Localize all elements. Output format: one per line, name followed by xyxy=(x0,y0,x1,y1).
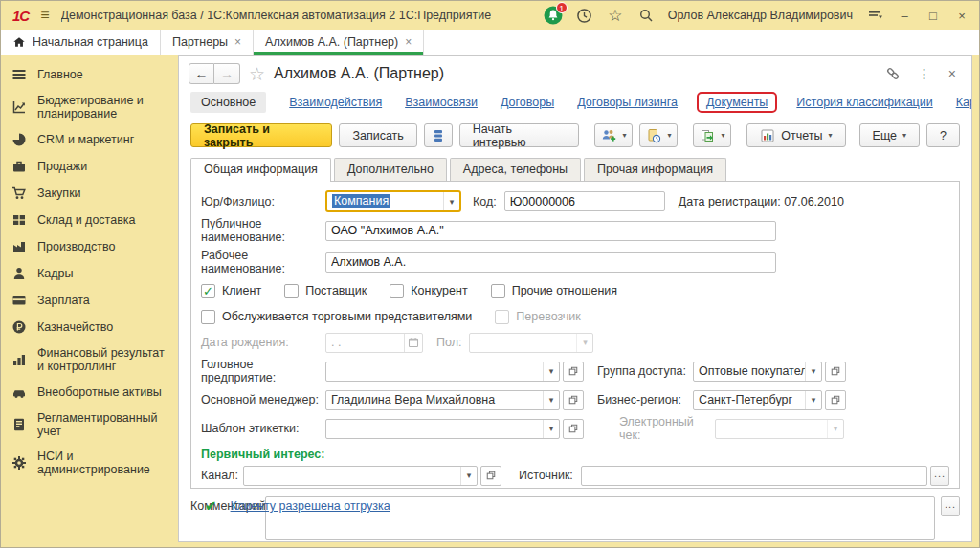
minimize-button[interactable]: – xyxy=(897,9,912,23)
get-link-button[interactable] xyxy=(885,66,901,81)
checkbox-supplier[interactable]: Поставщик xyxy=(284,284,367,298)
source-more-button[interactable] xyxy=(930,466,949,486)
start-interview-button[interactable]: Начать интервью xyxy=(459,123,580,147)
show-in-list-button[interactable] xyxy=(424,123,453,147)
search-button[interactable] xyxy=(637,7,655,24)
public-name-input[interactable] xyxy=(325,221,776,241)
main-menu-icon[interactable]: ≡ xyxy=(40,8,49,23)
channel-select[interactable] xyxy=(243,466,478,486)
nav-item-classification-history[interactable]: История классификации xyxy=(796,96,932,109)
tab-additional[interactable]: Дополнительно xyxy=(334,158,447,181)
nav-item-leasing-contracts[interactable]: Договоры лизинга xyxy=(577,96,678,109)
head-company-open-button[interactable] xyxy=(563,362,584,382)
nav-item-main[interactable]: Основное xyxy=(190,92,266,113)
dropdown-arrow-icon[interactable] xyxy=(543,420,559,438)
help-button[interactable]: ? xyxy=(926,123,960,147)
copy-create-button[interactable]: ▾ xyxy=(693,123,731,147)
reports-button[interactable]: Отчеты ▾ xyxy=(746,123,845,147)
shipment-allowed-link[interactable]: Клиенту разрешена отгрузка xyxy=(231,499,390,513)
business-region-open-button[interactable] xyxy=(825,390,846,410)
dropdown-arrow-icon[interactable] xyxy=(805,391,821,409)
sidebar-item-label: Бюджетирование и планирование xyxy=(37,94,174,121)
head-company-select[interactable] xyxy=(325,362,560,382)
tab-close-icon[interactable]: × xyxy=(234,35,241,49)
back-button[interactable]: ← xyxy=(189,63,214,84)
access-group-select[interactable]: Оптовые покупатели xyxy=(693,362,822,382)
favorites-button[interactable]: ☆ xyxy=(607,7,624,24)
sidebar-item-fixed-assets[interactable]: Внеоборотные активы xyxy=(1,379,178,406)
dropdown-arrow-icon[interactable] xyxy=(460,467,477,485)
checkbox-icon[interactable] xyxy=(284,284,299,298)
sidebar-item-label: Регламентированный учет xyxy=(37,411,174,438)
checkbox-competitor[interactable]: Конкурент xyxy=(390,284,467,298)
channel-open-button[interactable] xyxy=(480,466,501,486)
tab-general-info[interactable]: Общая информация xyxy=(190,158,331,182)
dropdown-arrow-icon[interactable] xyxy=(543,362,559,381)
dropdown-arrow-icon xyxy=(576,334,592,352)
checkbox-icon[interactable] xyxy=(201,310,215,324)
sidebar-item-warehouse[interactable]: Склад и доставка xyxy=(1,207,178,233)
sidebar-item-budgeting[interactable]: Бюджетирование и планирование xyxy=(1,88,178,126)
checkbox-client[interactable]: Клиент xyxy=(201,284,261,298)
sidebar-item-admin[interactable]: НСИ и администрирование xyxy=(1,444,178,482)
form-close-button[interactable]: × xyxy=(948,66,956,81)
sidebar-item-production[interactable]: Производство xyxy=(1,233,178,260)
tab-addresses-phones[interactable]: Адреса, телефоны xyxy=(450,158,581,181)
checkbox-carrier[interactable]: Перевозчик xyxy=(495,310,580,324)
contact-persons-button[interactable]: ▾ xyxy=(594,123,633,147)
label-template-open-button[interactable] xyxy=(563,419,584,439)
legal-type-label: Юр/Физлицо: xyxy=(201,195,325,208)
checkbox-icon[interactable] xyxy=(201,284,215,298)
dropdown-arrow-icon[interactable] xyxy=(805,362,821,381)
sidebar-item-treasury[interactable]: Казначейство xyxy=(1,314,178,340)
sidebar-item-finance[interactable]: Финансовый результат и контроллинг xyxy=(1,340,178,379)
checkbox-icon[interactable] xyxy=(491,284,505,298)
tab-partner-card[interactable]: Алхимов А.А. (Партнер) × xyxy=(254,30,424,55)
tab-home[interactable]: Начальная страница xyxy=(1,30,161,55)
wallet-icon xyxy=(1,293,37,308)
sidebar-item-label: Казначейство xyxy=(37,320,113,334)
checkbox-serviced-by-reps[interactable]: Обслуживается торговыми представителями xyxy=(201,310,472,324)
dropdown-arrow-icon[interactable] xyxy=(543,391,559,409)
dropdown-arrow-icon[interactable] xyxy=(443,192,459,210)
favorite-star-icon[interactable]: ☆ xyxy=(249,65,265,83)
history-button[interactable] xyxy=(576,7,593,24)
tab-close-icon[interactable]: × xyxy=(405,35,412,49)
current-user[interactable]: Орлов Александр Владимирович xyxy=(668,9,853,22)
working-name-input[interactable] xyxy=(325,252,776,273)
document-history-button[interactable]: ▾ xyxy=(639,123,678,147)
source-input[interactable] xyxy=(581,466,927,486)
tab-partners[interactable]: Партнеры × xyxy=(161,30,254,55)
forward-button[interactable]: → xyxy=(214,63,240,84)
checkbox-other-relations[interactable]: Прочие отношения xyxy=(491,284,617,298)
sidebar-item-purchases[interactable]: Закупки xyxy=(1,180,178,207)
tab-other-info[interactable]: Прочая информация xyxy=(584,158,726,181)
business-region-select[interactable]: Санкт-Петербург xyxy=(693,390,822,410)
service-menu-button[interactable] xyxy=(866,7,883,24)
label-template-select[interactable] xyxy=(325,419,560,439)
sidebar-item-regulated[interactable]: Регламентированный учет xyxy=(1,406,178,444)
main-manager-select[interactable]: Гладилина Вера Михайловна xyxy=(325,390,560,410)
nav-item-loyalty-cards[interactable]: Карты лояльности xyxy=(956,96,972,109)
legal-type-select[interactable]: Компания xyxy=(325,190,461,212)
sidebar-item-payroll[interactable]: Зарплата xyxy=(1,287,178,314)
window-close-button[interactable]: × xyxy=(954,9,969,23)
nav-item-documents[interactable]: Документы xyxy=(706,96,768,109)
sidebar-item-sales[interactable]: Продажи xyxy=(1,153,178,180)
nav-item-contracts[interactable]: Договоры xyxy=(501,96,554,109)
sidebar-item-main[interactable]: Главное xyxy=(1,61,178,88)
nav-item-relationships[interactable]: Взаимосвязи xyxy=(405,96,478,109)
main-manager-open-button[interactable] xyxy=(563,390,584,410)
sidebar-item-hr[interactable]: Кадры xyxy=(1,260,178,287)
more-button[interactable]: Еще ▾ xyxy=(859,123,920,147)
save-and-close-button[interactable]: Записать и закрыть xyxy=(190,123,332,147)
more-actions-icon[interactable]: ⋮ xyxy=(918,66,931,81)
maximize-button[interactable]: □ xyxy=(925,9,941,23)
checkbox-icon[interactable] xyxy=(390,284,404,298)
code-input[interactable] xyxy=(504,191,665,211)
nav-item-interactions[interactable]: Взаимодействия xyxy=(289,96,382,109)
access-group-open-button[interactable] xyxy=(825,362,846,382)
sidebar-item-crm[interactable]: CRM и маркетинг xyxy=(1,126,178,153)
save-button[interactable]: Записать xyxy=(339,123,416,147)
notifications-button[interactable]: 1 xyxy=(544,6,563,25)
